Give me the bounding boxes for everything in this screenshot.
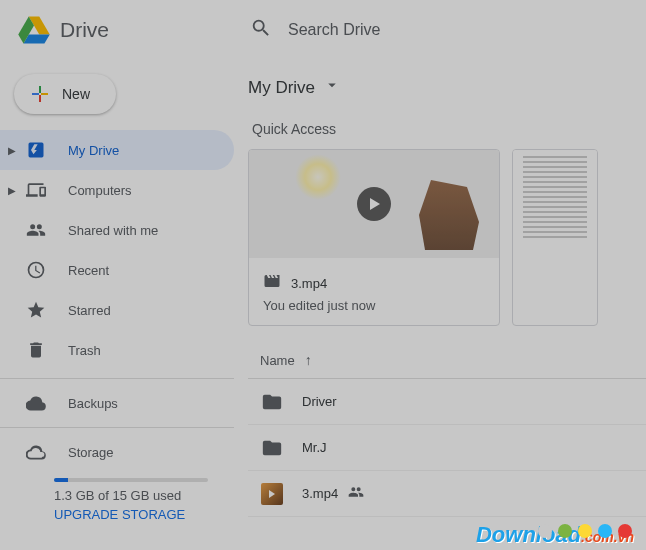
clock-icon (24, 258, 48, 282)
cloud-outline-icon (24, 440, 48, 464)
drive-logo-icon (16, 12, 52, 48)
folder-icon (260, 391, 284, 413)
breadcrumb[interactable]: My Drive (248, 70, 646, 107)
video-thumb-icon (260, 483, 284, 505)
sidebar-item-backups[interactable]: ▶ Backups (0, 383, 234, 423)
sidebar-item-computers[interactable]: ▶ Computers (0, 170, 234, 210)
video-thumbnail (249, 150, 499, 258)
app-logo-area[interactable]: Drive (16, 12, 250, 48)
sidebar-item-storage[interactable]: ▶ Storage (0, 432, 234, 472)
sidebar-item-recent[interactable]: ▶ Recent (0, 250, 234, 290)
devices-icon (24, 178, 48, 202)
file-row[interactable]: 3.mp4 (248, 471, 646, 517)
new-button-label: New (62, 86, 90, 102)
play-icon (357, 187, 391, 221)
star-icon (24, 298, 48, 322)
sort-arrow-up-icon: ↑ (305, 352, 312, 368)
new-button[interactable]: New (14, 74, 116, 114)
search-icon (250, 17, 272, 43)
document-thumbnail (513, 150, 597, 258)
shared-icon (348, 484, 364, 504)
caret-icon: ▶ (0, 185, 24, 196)
storage-used-text: 1.3 GB of 15 GB used (54, 488, 234, 503)
app-title: Drive (60, 18, 109, 42)
quick-access-card[interactable]: 3.mp4 You edited just now (248, 149, 500, 326)
trash-icon (24, 338, 48, 362)
cloud-filled-icon (24, 391, 48, 415)
search-bar[interactable]: Search Drive (250, 17, 630, 43)
sidebar-item-shared[interactable]: ▶ Shared with me (0, 210, 234, 250)
drive-icon (24, 138, 48, 162)
quick-access-card[interactable] (512, 149, 598, 326)
list-sort-header[interactable]: Name ↑ (248, 342, 646, 379)
video-file-icon (263, 272, 281, 294)
dropdown-icon (323, 76, 341, 99)
file-row[interactable]: Driver (248, 379, 646, 425)
upgrade-storage-link[interactable]: UPGRADE STORAGE (54, 507, 234, 522)
sidebar-item-starred[interactable]: ▶ Starred (0, 290, 234, 330)
search-placeholder: Search Drive (288, 21, 380, 39)
sidebar-item-trash[interactable]: ▶ Trash (0, 330, 234, 370)
plus-icon (28, 82, 52, 106)
sidebar-item-my-drive[interactable]: ▶ My Drive (0, 130, 234, 170)
people-icon (24, 218, 48, 242)
quick-access-title: Quick Access (248, 107, 646, 149)
watermark-dots (538, 524, 632, 538)
file-row[interactable]: Mr.J (248, 425, 646, 471)
folder-icon (260, 437, 284, 459)
storage-progress (54, 478, 208, 482)
caret-icon: ▶ (0, 145, 24, 156)
